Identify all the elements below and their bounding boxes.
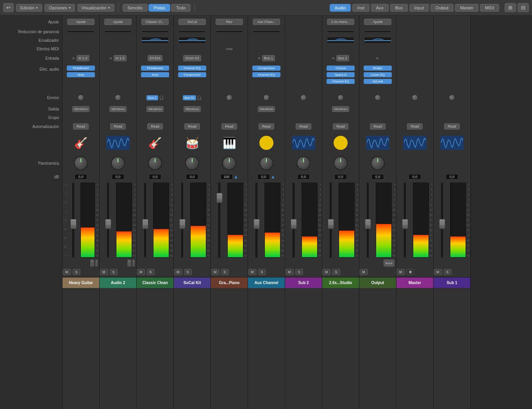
send-btn-classic-clean[interactable]: Bus 2 [146, 95, 158, 100]
send-knob-audio-2[interactable] [115, 94, 121, 101]
channel-name-bar-audio-2[interactable]: Audio 2 [100, 277, 136, 288]
s-btn-sub-1[interactable]: S [444, 269, 452, 275]
fader-rail-gra-piano[interactable] [218, 183, 220, 258]
fader-thumb-2-6s-studio[interactable] [328, 219, 334, 229]
fader-thumb-master[interactable] [402, 219, 408, 229]
eq-display-output[interactable] [364, 37, 391, 44]
master-filter-button[interactable]: Master [455, 4, 478, 12]
plugin-btn-heavy-guitar-Pedalboard[interactable]: Pedalboard [67, 66, 95, 71]
channel-name-bar-2-6s-studio[interactable]: 2.6s...Studio [322, 277, 359, 288]
fader-thumb-sub-2[interactable] [291, 219, 297, 229]
channel-name-bar-aux-channel[interactable]: Aux Channel [248, 277, 285, 288]
plugin-btn-socal-kit-ChannelEQ[interactable]: Channel EQ [178, 66, 206, 71]
auto-btn-heavy-guitar[interactable]: Read [73, 123, 89, 130]
waveform-icon-sub-2[interactable] [292, 136, 315, 150]
output-btn-2-6s-studio[interactable]: SlEstéreo [332, 106, 350, 112]
s-btn-sub-2[interactable]: S [295, 269, 303, 275]
db-value-master[interactable]: 0,0 [409, 174, 421, 180]
send-knob-aux-channel[interactable] [263, 94, 270, 101]
fader-thumb-audio-2[interactable] [105, 219, 111, 229]
layout-grid-button[interactable]: ⊞ [505, 3, 516, 12]
s-btn-socal-kit[interactable]: S [184, 269, 192, 275]
output-filter-button[interactable]: Output [430, 4, 453, 12]
pan-knob-gra-piano[interactable] [222, 156, 236, 170]
plugin-btn-classic-clean-Amp[interactable]: Amp [141, 72, 169, 77]
ajuste-btn-heavy-guitar[interactable]: Ajuste [67, 19, 95, 25]
s-btn-2-6s-studio[interactable]: S [332, 269, 340, 275]
channel-name-bar-sub-1[interactable]: Sub 1 [434, 277, 470, 288]
waveform-icon-sub-1[interactable] [440, 136, 464, 150]
m-btn-2-6s-studio[interactable]: M [322, 269, 331, 275]
db-value-gra-piano[interactable]: 100 [220, 174, 233, 180]
waveform-icon-audio-2[interactable] [106, 136, 130, 150]
m-btn-heavy-guitar[interactable]: M [62, 269, 71, 275]
pan-knob-socal-kit[interactable] [185, 156, 199, 170]
pan-knob-sub-2[interactable] [296, 156, 311, 170]
icon-row-sub-1[interactable] [434, 132, 470, 154]
audio-filter-button[interactable]: Audio [330, 4, 351, 12]
m-btn-sub-2[interactable]: M [285, 269, 294, 275]
db-value-2-6s-studio[interactable]: 0,0 [334, 174, 347, 180]
send-knob-heavy-guitar[interactable] [78, 94, 84, 101]
output-btn-heavy-guitar[interactable]: SlEstéreo [72, 106, 90, 112]
pan-knob-heavy-guitar[interactable] [74, 156, 88, 170]
todo-button[interactable]: Todo [171, 4, 191, 12]
ajuste-btn-gra-piano[interactable]: Rev [216, 19, 243, 25]
input-btn-classic-clean[interactable]: EXS24 [148, 55, 162, 61]
output-btn-socal-kit[interactable]: SlEstéreo [184, 106, 201, 112]
eq-display-classic-clean[interactable] [141, 37, 169, 44]
input-btn-2-6s-studio[interactable]: Bus 2 [336, 55, 349, 61]
plugin-btn-output-LinearEQ[interactable]: Linear EQ [364, 72, 392, 77]
visualizacion-menu[interactable]: Visualización [77, 4, 114, 12]
channel-name-bar-classic-clean[interactable]: Classic Clean [137, 277, 173, 288]
opciones-menu[interactable]: Opciones [45, 4, 75, 12]
channel-name-bar-socal-kit[interactable]: SoCal Kit [174, 277, 211, 288]
ajuste-btn-output[interactable]: Ajuste [364, 19, 391, 25]
channel-name-bar-gra-piano[interactable]: Gra...Piano [211, 277, 248, 288]
icon-row-audio-2[interactable] [100, 132, 136, 154]
input-btn-audio-2[interactable]: In 1-2 [114, 55, 127, 61]
layout-list-button[interactable]: ⊟ [518, 3, 529, 12]
fader-rail-sub-1[interactable] [441, 183, 443, 258]
m-btn-gra-piano[interactable]: M [211, 269, 220, 275]
plugin-btn-socal-kit-Compressor[interactable]: Compressor [178, 72, 206, 77]
db-value-output[interactable]: 0,0 [371, 174, 384, 180]
plugin-btn-heavy-guitar-Amp[interactable]: Amp [67, 72, 95, 77]
plugin-btn-output-AdLimit[interactable]: AdLimit [364, 79, 392, 84]
s-btn-heavy-guitar[interactable]: S [73, 269, 80, 275]
s-btn-aux-channel[interactable]: S [258, 269, 266, 275]
auto-btn-output[interactable]: Read [370, 123, 386, 130]
fader-thumb-output[interactable] [365, 219, 371, 229]
d-btn-master[interactable]: D [407, 269, 415, 275]
channel-name-bar-heavy-guitar[interactable]: Heavy Guitar [62, 277, 99, 288]
waveform-icon-master[interactable] [403, 136, 427, 150]
fader-thumb-sub-1[interactable] [439, 219, 445, 229]
input-filter-button[interactable]: Input [409, 4, 429, 12]
icon-row-2-6s-studio[interactable] [322, 132, 359, 154]
db-value-heavy-guitar[interactable]: 0,0 [75, 174, 87, 180]
midi-filter-button[interactable]: MIDI [480, 4, 499, 12]
plugin-btn-aux-channel-Compressor[interactable]: Compressor [252, 66, 280, 71]
send-knob-sub-2[interactable] [300, 94, 307, 101]
plugin-btn-output-Multipr[interactable]: Multipr [364, 66, 392, 71]
pan-knob-output[interactable] [371, 156, 385, 170]
plugin-btn-2-6s-studio-ChannelEQ[interactable]: Channel EQ [327, 79, 355, 84]
arrow-up-aux-channel[interactable]: ▲ [271, 174, 275, 180]
send-knob-output[interactable] [375, 94, 381, 101]
db-value-classic-clean[interactable]: 0,0 [149, 174, 161, 180]
pan-knob-2-6s-studio[interactable] [334, 156, 348, 170]
icon-row-gra-piano[interactable]: 🎹 [211, 132, 248, 154]
output-btn-audio-2[interactable]: SlEstéreo [109, 106, 127, 112]
m-btn-output[interactable]: M [359, 269, 368, 275]
pan-knob-aux-channel[interactable] [259, 156, 273, 170]
fader-rail-2-6s-studio[interactable] [330, 183, 332, 258]
fader-thumb-gra-piano[interactable] [216, 193, 223, 203]
send-btn-socal-kit[interactable]: Bus 31 [183, 95, 196, 100]
auto-btn-sub-1[interactable]: Read [444, 123, 460, 130]
input-btn-aux-channel[interactable]: Bus 1 [262, 55, 275, 61]
inst-filter-button[interactable]: Inst [352, 4, 370, 12]
edicion-menu[interactable]: Edición [16, 4, 42, 12]
eq-display-2-6s-studio[interactable] [327, 37, 354, 44]
pan-knob-classic-clean[interactable] [148, 156, 162, 170]
fader-thumb-aux-channel[interactable] [254, 219, 260, 229]
